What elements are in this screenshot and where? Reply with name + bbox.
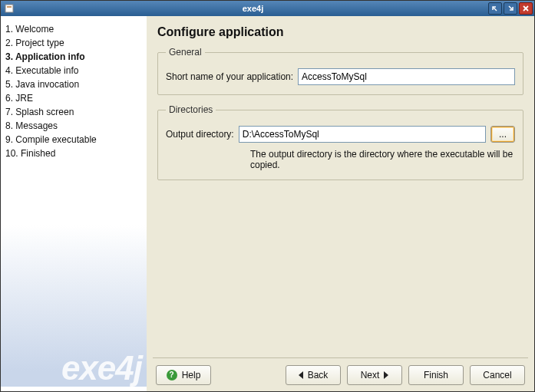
next-button-label: Next bbox=[361, 370, 380, 380]
minimize-button[interactable] bbox=[488, 2, 502, 15]
arrow-right-icon bbox=[384, 371, 388, 379]
output-dir-hint: The output directory is the directory wh… bbox=[250, 149, 515, 170]
brand-area: exe4j bbox=[1, 226, 147, 387]
output-dir-label: Output directory: bbox=[166, 129, 234, 140]
wizard-step[interactable]: 10. Finished bbox=[5, 147, 142, 160]
back-button[interactable]: Back bbox=[286, 365, 341, 385]
wizard-step[interactable]: 1. Welcome bbox=[5, 22, 142, 36]
wizard-step[interactable]: 9. Compile executable bbox=[5, 133, 142, 147]
cancel-button-label: Cancel bbox=[483, 370, 511, 380]
close-button[interactable] bbox=[519, 2, 533, 15]
wizard-step[interactable]: 6. JRE bbox=[5, 91, 142, 105]
general-legend: General bbox=[166, 47, 205, 58]
directories-group: Directories Output directory: ... The ou… bbox=[157, 104, 523, 180]
brand-logo-text: exe4j bbox=[61, 351, 142, 385]
short-name-input[interactable] bbox=[298, 68, 515, 85]
arrow-left-icon bbox=[299, 371, 303, 379]
title-bar: exe4j bbox=[1, 1, 534, 16]
wizard-step[interactable]: 8. Messages bbox=[5, 119, 142, 133]
help-button[interactable]: ? Help bbox=[156, 365, 211, 385]
finish-button-label: Finish bbox=[424, 370, 448, 380]
wizard-step[interactable]: 2. Project type bbox=[5, 36, 142, 50]
next-button[interactable]: Next bbox=[347, 365, 402, 385]
wizard-sidebar: 1. Welcome2. Project type3. Application … bbox=[1, 16, 147, 391]
wizard-step[interactable]: 3. Application info bbox=[5, 50, 142, 64]
output-dir-input[interactable] bbox=[239, 126, 486, 143]
help-button-label: Help bbox=[182, 370, 201, 380]
window-title: exe4j bbox=[18, 4, 488, 13]
wizard-step[interactable]: 5. Java invocation bbox=[5, 77, 142, 91]
app-window: exe4j 1. Welcome2. Project type3. Applic… bbox=[0, 0, 535, 392]
button-bar: ? Help Back Next Finish Cancel bbox=[153, 357, 528, 391]
svg-rect-0 bbox=[5, 5, 13, 12]
maximize-button[interactable] bbox=[504, 2, 517, 15]
short-name-label: Short name of your application: bbox=[166, 71, 293, 82]
general-group: General Short name of your application: bbox=[157, 47, 523, 95]
cancel-button[interactable]: Cancel bbox=[470, 365, 525, 385]
app-icon bbox=[4, 3, 15, 14]
page-title: Configure application bbox=[157, 25, 523, 39]
help-icon: ? bbox=[167, 370, 177, 380]
content-pane: Configure application General Short name… bbox=[147, 16, 534, 391]
finish-button[interactable]: Finish bbox=[408, 365, 464, 385]
wizard-step[interactable]: 7. Splash screen bbox=[5, 105, 142, 119]
browse-button[interactable]: ... bbox=[490, 126, 515, 143]
ellipsis-icon: ... bbox=[499, 129, 507, 140]
back-button-label: Back bbox=[308, 370, 329, 380]
wizard-step[interactable]: 4. Executable info bbox=[5, 64, 142, 77]
svg-rect-1 bbox=[7, 6, 12, 8]
directories-legend: Directories bbox=[166, 104, 216, 115]
